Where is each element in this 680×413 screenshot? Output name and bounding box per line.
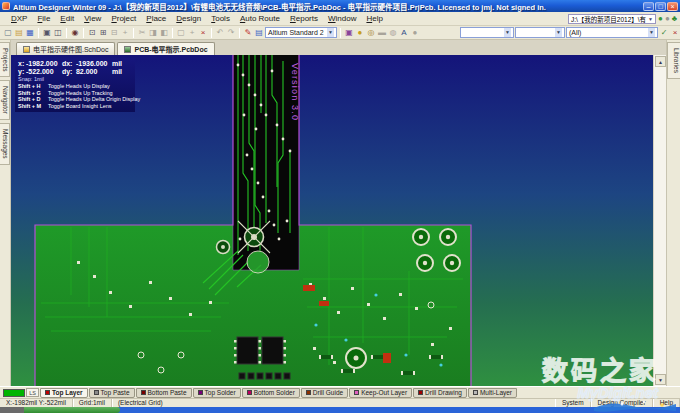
doc-tab-pcbdoc[interactable]: PCB-电平指示.PcbDoc (117, 42, 214, 55)
pad-icon[interactable]: ● (355, 27, 365, 38)
string-icon[interactable]: A (399, 27, 409, 38)
layer-tab-multi-layer[interactable]: Multi-Layer (468, 388, 517, 398)
layer-color-icon (45, 390, 50, 395)
panel-tab-projects[interactable]: Projects (0, 42, 10, 77)
pcb-editor-canvas[interactable]: Version 3.0 (11, 55, 653, 386)
menu-design[interactable]: Design (171, 12, 206, 25)
scroll-up-icon[interactable]: ▲ (655, 56, 666, 67)
layer-sets-button[interactable]: LS (26, 388, 39, 397)
menu-reports[interactable]: Reports (285, 12, 323, 25)
filter-scope-dropdown[interactable]: (All) ▼ (566, 27, 658, 38)
clear-filter-icon[interactable]: × (198, 27, 208, 38)
taskbar-sliver (0, 407, 680, 413)
menu-dxp[interactable]: DXP (6, 12, 32, 25)
left-panel-strip: Projects Navigator Messages (0, 40, 11, 386)
help-panels-button[interactable]: Help (653, 399, 680, 407)
layer-tab-top-layer[interactable]: Top Layer (40, 388, 88, 398)
system-panels-button[interactable]: System (555, 399, 591, 407)
chevron-down-icon: ▼ (555, 28, 562, 37)
design-compiler-panels-button[interactable]: Design Compiler (591, 399, 653, 407)
chevron-down-icon: ▼ (504, 28, 511, 37)
main-toolbar: ▢ ▤ ▦ ▣ ◫ ◉ ⊡ ⊞ ⊟ + ✂ ◨ ◧ ▢ + × ↶ ↷ ✎ ▤ … (0, 26, 680, 40)
layer-tab-keep-out[interactable]: Keep-Out Layer (349, 388, 412, 398)
cross-probe-icon[interactable]: + (120, 27, 130, 38)
redo-icon[interactable]: ↷ (226, 27, 236, 38)
new-document-icon[interactable]: ▢ (3, 27, 13, 38)
apply-filter-icon[interactable]: ✓ (659, 27, 669, 38)
save-icon[interactable]: ▦ (25, 27, 35, 38)
grid-mode-readout: (Electrical Grid) (112, 399, 169, 407)
menu-window[interactable]: Window (323, 12, 361, 25)
taskbar-start-fragment (24, 407, 120, 413)
layer-tab-drill-guide[interactable]: Drill Guide (301, 388, 348, 398)
filter-combo-1[interactable]: ▼ (460, 27, 514, 38)
panel-tab-navigator[interactable]: Navigator (0, 80, 10, 120)
layer-color-icon (198, 390, 203, 395)
layer-tab-bottom-solder[interactable]: Bottom Solder (242, 388, 300, 398)
browse-documents-icon[interactable]: ▤ (254, 27, 264, 38)
scroll-down-icon[interactable]: ▼ (655, 374, 666, 385)
layer-color-icon (418, 390, 423, 395)
layer-color-icon (354, 390, 359, 395)
print-preview-icon[interactable]: ◫ (53, 27, 63, 38)
doc-tab-schdoc[interactable]: 电平指示硬件图.SchDoc (16, 42, 115, 55)
menu-place[interactable]: Place (141, 12, 171, 25)
open-document-icon[interactable]: ▤ (14, 27, 24, 38)
zoom-selected-icon[interactable]: ⊟ (109, 27, 119, 38)
footprint-icon[interactable]: ▣ (344, 27, 354, 38)
annotate-icon[interactable]: ✎ (243, 27, 253, 38)
heads-up-display: x:-1982.000 dx:-1936.000 mil y:-522.000 … (15, 58, 135, 112)
active-layer-color-swatch (3, 389, 25, 397)
favorites-tree-icon[interactable]: ♣ (672, 14, 677, 24)
close-button[interactable]: × (667, 2, 678, 11)
zoom-fit-icon[interactable]: ⊡ (87, 27, 97, 38)
cancel-filter-icon[interactable]: × (670, 27, 680, 38)
layer-tab-top-solder[interactable]: Top Solder (193, 388, 241, 398)
nav-back-icon[interactable]: ● (658, 14, 663, 24)
print-icon[interactable]: ▣ (42, 27, 52, 38)
menu-view[interactable]: View (79, 12, 106, 25)
status-bar: X:-1982mil Y:-522mil Grid:1mil (Electric… (0, 398, 680, 407)
minimize-button[interactable]: – (643, 2, 654, 11)
select-area-icon[interactable]: ▢ (176, 27, 186, 38)
panel-tab-messages[interactable]: Messages (0, 123, 10, 165)
right-panel-strip: Libraries (666, 40, 680, 386)
menu-tools[interactable]: Tools (206, 12, 235, 25)
menu-file[interactable]: File (32, 12, 55, 25)
layer-color-icon (94, 390, 99, 395)
chevron-down-icon: ▼ (648, 16, 653, 22)
menu-auto-route[interactable]: Auto Route (235, 12, 285, 25)
paste-icon[interactable]: ◧ (159, 27, 169, 38)
menu-bar: DXP File Edit View Project Place Design … (0, 12, 680, 26)
title-bar: Altium Designer Winter 09 - J:\【我的新项目201… (0, 0, 680, 12)
maximize-button[interactable]: □ (655, 2, 666, 11)
chevron-down-icon: ▼ (327, 28, 334, 37)
move-icon[interactable]: + (187, 27, 197, 38)
cut-icon[interactable]: ✂ (137, 27, 147, 38)
device-view-icon[interactable]: ◉ (70, 27, 80, 38)
layer-tab-top-paste[interactable]: Top Paste (89, 388, 135, 398)
layer-tab-drill-drawing[interactable]: Drill Drawing (413, 388, 467, 398)
vertical-scrollbar[interactable]: ▲ ▼ (653, 55, 666, 386)
window-title: Altium Designer Winter 09 - J:\【我的新项目201… (13, 1, 642, 12)
via-icon[interactable]: ◎ (366, 27, 376, 38)
copy-icon[interactable]: ◨ (148, 27, 158, 38)
altium-logo-icon (2, 2, 10, 10)
layer-tab-bottom-paste[interactable]: Bottom Paste (136, 388, 192, 398)
3d-body-icon[interactable]: ● (410, 27, 420, 38)
panel-tab-libraries[interactable]: Libraries (667, 42, 680, 79)
menu-project[interactable]: Project (106, 12, 141, 25)
interactive-routing-icon[interactable]: ▬ (377, 27, 387, 38)
toolbar-preset-dropdown[interactable]: Altium Standard 2 ▼ (265, 27, 337, 38)
hud-snap-label: Snap: 1mil (18, 76, 132, 83)
zoom-area-icon[interactable]: ⊞ (98, 27, 108, 38)
room-icon[interactable]: ◍ (388, 27, 398, 38)
nav-forward-icon[interactable]: ● (665, 14, 670, 24)
favorites-path-dropdown[interactable]: J:\【我的新项目2012】\有 ▼ (568, 14, 656, 24)
menu-help[interactable]: Help (361, 12, 387, 25)
chevron-down-icon: ▼ (648, 28, 655, 37)
pcb-doc-icon (124, 46, 131, 53)
menu-edit[interactable]: Edit (55, 12, 79, 25)
filter-combo-2[interactable]: ▼ (515, 27, 565, 38)
undo-icon[interactable]: ↶ (215, 27, 225, 38)
